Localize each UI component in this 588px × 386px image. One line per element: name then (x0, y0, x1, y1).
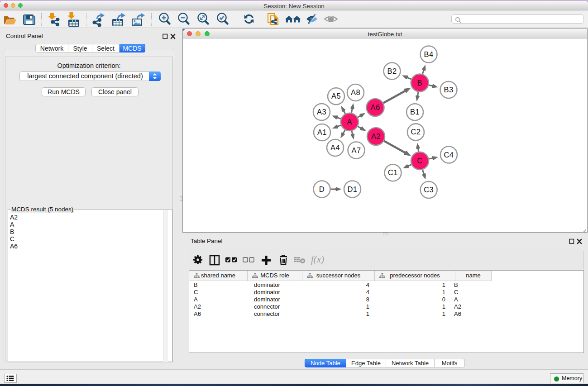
svg-text:B1: B1 (410, 108, 420, 116)
svg-text:B4: B4 (424, 50, 434, 58)
svg-text:A7: A7 (352, 146, 361, 154)
svg-text:C4: C4 (444, 151, 454, 159)
svg-text:B: B (417, 79, 422, 87)
svg-text:A3: A3 (317, 108, 326, 116)
svg-text:B3: B3 (444, 86, 454, 94)
svg-text:A8: A8 (351, 88, 360, 96)
svg-text:D: D (319, 185, 325, 193)
svg-text:C: C (417, 157, 422, 165)
svg-text:A5: A5 (331, 92, 341, 100)
svg-text:D1: D1 (348, 185, 358, 193)
svg-text:A6: A6 (371, 103, 380, 111)
svg-text:C2: C2 (411, 128, 421, 136)
svg-text:A: A (347, 118, 352, 126)
svg-text:C1: C1 (388, 168, 398, 176)
svg-text:A1: A1 (317, 128, 327, 136)
svg-text:A2: A2 (371, 132, 381, 140)
svg-text:B2: B2 (387, 67, 397, 75)
svg-text:A4: A4 (330, 143, 340, 152)
svg-text:C3: C3 (424, 186, 434, 194)
